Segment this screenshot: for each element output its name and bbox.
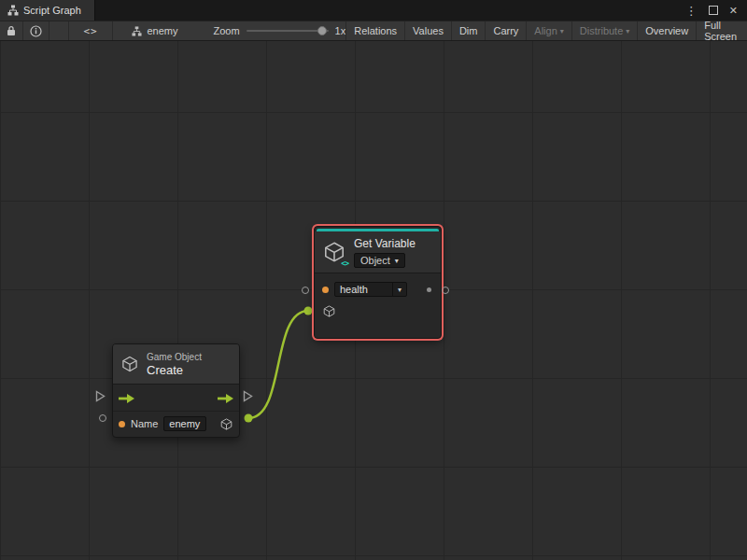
flow-out-arrow-icon[interactable] <box>218 394 233 403</box>
name-label: Name <box>131 418 158 429</box>
toolbar-button-relations[interactable]: Relations <box>345 21 404 40</box>
flow-row <box>113 385 239 412</box>
flow-in-arrow-icon[interactable] <box>119 394 134 403</box>
toolbar-button-carry[interactable]: Carry <box>485 21 526 40</box>
zoom-label: Zoom <box>213 25 239 36</box>
code-view-button[interactable]: <> <box>68 21 114 40</box>
gameobject-target-cube-icon[interactable] <box>322 304 336 318</box>
zoom-control: Zoom 1x <box>213 21 345 40</box>
result-cube-icon[interactable] <box>219 417 233 431</box>
tab-label: Script Graph <box>23 5 81 16</box>
name-port-dot[interactable] <box>119 421 125 427</box>
node-title: Create <box>147 363 202 377</box>
port-flow-in[interactable] <box>95 390 106 402</box>
port-value-in[interactable] <box>99 414 106 422</box>
window-close-icon[interactable]: ✕ <box>729 6 738 16</box>
chevron-down-icon[interactable]: ▾ <box>392 283 406 296</box>
graph-icon <box>132 26 142 36</box>
lock-icon <box>7 25 16 36</box>
toolbar-button-overview[interactable]: Overview <box>637 21 696 40</box>
zoom-slider[interactable] <box>247 21 329 41</box>
toolbar-buttons: Relations Values Dim Carry Align ▾ Distr… <box>345 21 747 40</box>
lock-button[interactable] <box>0 21 23 40</box>
toolbar-button-distribute[interactable]: Distribute ▾ <box>571 21 637 40</box>
graph-canvas[interactable]: <> Get Variable Object ▾ health ▾ <box>0 41 747 560</box>
name-input-field[interactable]: enemy <box>163 416 206 431</box>
variable-kind-dropdown[interactable]: Object ▾ <box>354 253 405 268</box>
node-title: Get Variable <box>354 237 416 250</box>
zoom-slider-track[interactable] <box>247 30 329 32</box>
chevron-down-icon: ▾ <box>560 28 564 35</box>
variable-cube-icon: <> <box>322 240 346 264</box>
code-icon: <> <box>341 259 348 268</box>
variable-name-port-dot[interactable] <box>322 287 329 293</box>
graph-breadcrumb[interactable]: enemy <box>122 21 187 40</box>
port-flow-out[interactable] <box>243 390 253 402</box>
info-icon <box>30 25 42 37</box>
graph-toolbar: <> enemy Zoom 1x Relations Values <box>0 21 747 41</box>
toolbar-button-values[interactable]: Values <box>404 21 451 40</box>
titlebar: Script Graph ⋮ ✕ <box>0 0 747 21</box>
gameobject-cube-icon <box>120 355 139 373</box>
window-menu-icon[interactable]: ⋮ <box>685 5 698 17</box>
zoom-slider-handle[interactable] <box>317 26 327 35</box>
graph-icon <box>7 5 19 16</box>
chevron-down-icon: ▾ <box>395 258 399 265</box>
node-get-variable[interactable]: <> Get Variable Object ▾ health ▾ <box>314 226 442 339</box>
chevron-down-icon: ▾ <box>626 28 629 35</box>
window-maximize-icon[interactable] <box>709 6 718 15</box>
tab-script-graph[interactable]: Script Graph <box>0 0 95 21</box>
node-game-object-create[interactable]: Game Object Create Name enemy <box>112 343 240 438</box>
port-variable-value-out[interactable] <box>442 287 449 294</box>
window-controls: ⋮ ✕ <box>685 0 747 21</box>
script-graph-window: Script Graph ⋮ ✕ <> <box>0 0 747 560</box>
port-variable-name-in[interactable] <box>302 287 309 294</box>
code-icon: <> <box>83 25 97 37</box>
node-category: Game Object <box>147 352 202 363</box>
info-button[interactable] <box>23 21 49 40</box>
toolbar-button-align[interactable]: Align ▾ <box>526 21 571 40</box>
toolbar-button-fullscreen[interactable]: Full Screen <box>696 21 747 40</box>
zoom-value: 1x <box>335 25 346 36</box>
create-header: Game Object Create <box>113 344 239 385</box>
variable-name-field[interactable]: health ▾ <box>334 282 407 297</box>
name-row: Name enemy <box>113 413 239 434</box>
get-variable-body: health ▾ <box>315 273 441 318</box>
value-port-dot[interactable] <box>427 287 431 292</box>
get-variable-header: <> Get Variable Object ▾ <box>315 231 441 273</box>
toolbar-button-dim[interactable]: Dim <box>451 21 486 40</box>
graph-name-label: enemy <box>147 25 177 36</box>
